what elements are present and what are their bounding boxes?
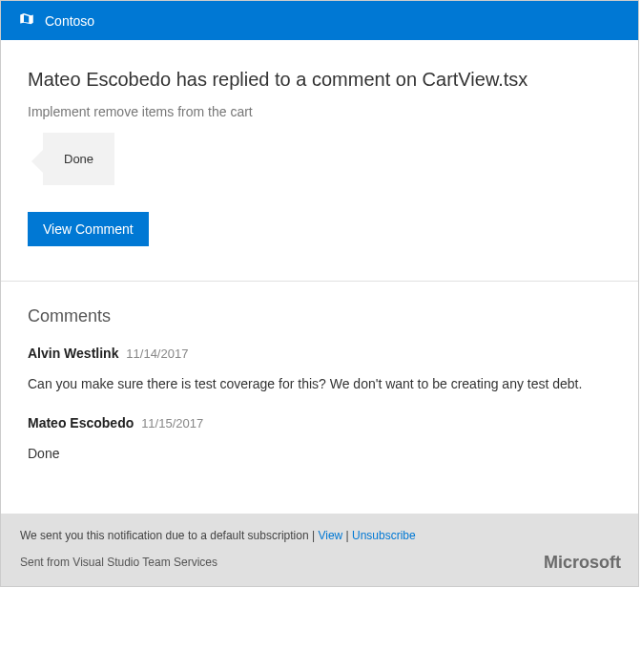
comment-item: Alvin Westlink 11/14/2017 Can you make s…	[28, 346, 611, 394]
sent-from-text: Sent from Visual Studio Team Services	[20, 556, 619, 569]
work-item-title: Implement remove items from the cart	[28, 104, 611, 119]
comment-date: 11/15/2017	[141, 416, 203, 430]
reply-text: Done	[43, 133, 114, 185]
header-bar: Contoso	[1, 1, 638, 40]
comments-section: Comments Alvin Westlink 11/14/2017 Can y…	[1, 282, 638, 514]
comments-heading: Comments	[28, 306, 611, 326]
view-comment-button[interactable]: View Comment	[28, 212, 149, 246]
comment-item: Mateo Escobedo 11/15/2017 Done	[28, 415, 611, 464]
view-link[interactable]: View	[318, 529, 342, 542]
org-name: Contoso	[45, 13, 94, 29]
microsoft-logo: Microsoft	[544, 553, 621, 573]
comment-date: 11/14/2017	[126, 346, 188, 361]
comment-body: Done	[28, 444, 611, 464]
comment-author: Alvin Westlink	[28, 346, 118, 361]
comment-body: Can you make sure there is test coverage…	[28, 374, 611, 394]
comment-header: Alvin Westlink 11/14/2017	[28, 346, 611, 361]
unsubscribe-link[interactable]: Unsubscribe	[352, 529, 416, 542]
footer-separator: |	[342, 529, 352, 542]
comment-header: Mateo Escobedo 11/15/2017	[28, 415, 611, 430]
footer: We sent you this notification due to a d…	[1, 514, 638, 586]
reply-bubble: Done	[43, 133, 611, 185]
main-section: Mateo Escobedo has replied to a comment …	[1, 40, 638, 282]
footer-notice-text: We sent you this notification due to a d…	[20, 529, 318, 542]
comment-author: Mateo Escobedo	[28, 415, 134, 430]
email-card: Contoso Mateo Escobedo has replied to a …	[0, 0, 639, 587]
footer-notice: We sent you this notification due to a d…	[20, 529, 619, 542]
vsts-icon	[18, 10, 35, 31]
notification-title: Mateo Escobedo has replied to a comment …	[28, 69, 611, 91]
